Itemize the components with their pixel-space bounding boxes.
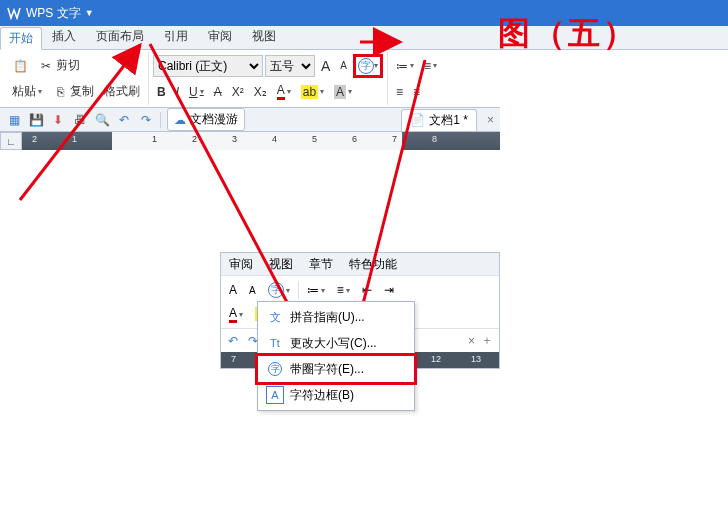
document-tab[interactable]: 📄 文档1 * xyxy=(401,109,477,131)
enclosed-char-button[interactable]: 字 ▾ xyxy=(353,54,383,78)
strike-button[interactable]: A xyxy=(210,83,226,101)
qat-redo-icon[interactable]: ↷ xyxy=(138,112,154,128)
ruler-wrap: ∟ 2 1 1 2 3 4 5 6 7 8 xyxy=(0,132,500,150)
align-center-button[interactable]: ≡ xyxy=(409,83,424,101)
enclosed-dropdown-menu: 文 拼音指南(U)... Tt 更改大小写(C)... 字 带圈字符(E)...… xyxy=(257,301,415,411)
superscript-button[interactable]: X² xyxy=(228,83,248,101)
tab-review[interactable]: 审阅 xyxy=(198,24,242,49)
border-icon: A xyxy=(266,386,284,404)
subtab-review[interactable]: 审阅 xyxy=(221,253,261,276)
format-painter-button[interactable]: 格式刷 xyxy=(100,81,144,102)
qat-preview-icon[interactable]: 🔍 xyxy=(94,112,110,128)
subtab-chapter[interactable]: 章节 xyxy=(301,253,341,276)
shading-button[interactable]: A▾ xyxy=(330,83,356,101)
enclosed-char-icon: 字 xyxy=(358,58,374,74)
highlight-button[interactable]: ab▾ xyxy=(297,83,328,101)
submenu-tabs: 审阅 视图 章节 特色功能 xyxy=(221,253,499,275)
menu-item-label: 拼音指南(U)... xyxy=(290,309,365,326)
sub-grow-font[interactable]: A xyxy=(225,281,241,299)
ruler-n: 1 xyxy=(152,134,157,144)
qat-saveas-icon[interactable]: ⬇ xyxy=(50,112,66,128)
tab-view[interactable]: 视图 xyxy=(242,24,286,49)
ruler-n: 7 xyxy=(392,134,397,144)
tab-insert[interactable]: 插入 xyxy=(42,24,86,49)
app-name: WPS 文字 xyxy=(26,5,81,22)
changecase-icon: Tt xyxy=(266,334,284,352)
menu-item-changecase[interactable]: Tt 更改大小写(C)... xyxy=(258,330,414,356)
ruler-n: 4 xyxy=(272,134,277,144)
ruler-n: 2 xyxy=(192,134,197,144)
doc-wander-pill[interactable]: ☁ 文档漫游 xyxy=(167,108,245,131)
tab-layout[interactable]: 页面布局 xyxy=(86,24,154,49)
grow-font-button[interactable]: A xyxy=(317,56,334,76)
cut-label: 剪切 xyxy=(56,57,80,74)
sub-indent-inc[interactable]: ⇥ xyxy=(380,281,398,299)
ribbon: 📋 ✂ 剪切 粘贴▾ ⎘ 复制 格式刷 Cali xyxy=(0,50,500,108)
cut-icon: ✂ xyxy=(38,58,54,74)
bold-button[interactable]: B xyxy=(153,83,170,101)
paste-label-button[interactable]: 粘贴▾ xyxy=(8,81,46,102)
copy-button[interactable]: ⎘ 复制 xyxy=(48,81,98,102)
subruler-n: 13 xyxy=(471,354,481,364)
ruler-corner-icon[interactable]: ∟ xyxy=(0,132,22,150)
figure-label: 图（五） xyxy=(498,12,638,56)
menu-item-enclosed[interactable]: 字 带圈字符(E)... xyxy=(258,356,414,382)
sub-addtab-icon[interactable]: ＋ xyxy=(479,333,495,349)
bullets-button[interactable]: ≔▾ xyxy=(392,57,418,75)
document-tab-close[interactable]: × xyxy=(487,113,494,127)
horizontal-ruler[interactable]: 2 1 1 2 3 4 5 6 7 8 xyxy=(22,132,500,150)
font-color-button[interactable]: A▾ xyxy=(273,81,295,102)
menu-item-label: 字符边框(B) xyxy=(290,387,354,404)
doc-wander-label: 文档漫游 xyxy=(190,111,238,128)
ruler-n: 5 xyxy=(312,134,317,144)
tab-start[interactable]: 开始 xyxy=(0,27,42,50)
sub-doc-close[interactable]: × xyxy=(468,334,475,348)
sub-enclosed-button[interactable]: 字▾ xyxy=(264,280,294,300)
qat-new-icon[interactable]: ▦ xyxy=(6,112,22,128)
paste-label: 粘贴 xyxy=(12,83,36,100)
ruler-n: 6 xyxy=(352,134,357,144)
numbering-button[interactable]: ≡▾ xyxy=(420,57,441,75)
sub-fontcolor[interactable]: A▾ xyxy=(225,304,247,325)
subtab-view[interactable]: 视图 xyxy=(261,253,301,276)
sub-enclosed-icon: 字 xyxy=(268,282,284,298)
ruler-n: 1 xyxy=(72,134,77,144)
wps-logo-icon xyxy=(6,5,22,21)
cut-button[interactable]: ✂ 剪切 xyxy=(34,57,84,75)
ruler-n: 2 xyxy=(32,134,37,144)
qat-print-icon[interactable]: 🖶 xyxy=(72,112,88,128)
font-group: Calibri (正文) 五号 A A 字 ▾ B I U▾ A X² X₂ A… xyxy=(149,52,388,105)
copy-label: 复制 xyxy=(70,83,94,100)
subtab-feature[interactable]: 特色功能 xyxy=(341,253,405,276)
sub-numbering[interactable]: ≡▾ xyxy=(333,281,354,299)
ruler-n: 3 xyxy=(232,134,237,144)
cloud-icon: ☁ xyxy=(174,113,186,127)
para-group: ≔▾ ≡▾ ≡ ≡ xyxy=(388,52,445,105)
font-size-select[interactable]: 五号 xyxy=(265,55,315,77)
clipboard-group: 📋 ✂ 剪切 粘贴▾ ⎘ 复制 格式刷 xyxy=(4,52,149,105)
document-tab-label: 文档1 * xyxy=(429,112,468,129)
subruler-n: 12 xyxy=(431,354,441,364)
paste-button[interactable]: 📋 xyxy=(8,56,32,76)
underline-button[interactable]: U▾ xyxy=(185,83,208,101)
app-dropdown-icon[interactable]: ▼ xyxy=(85,8,94,18)
shrink-font-button[interactable]: A xyxy=(336,58,351,73)
qat-undo-icon[interactable]: ↶ xyxy=(116,112,132,128)
sub-qat-undo[interactable]: ↶ xyxy=(225,333,241,349)
sub-shrink-font[interactable]: A xyxy=(245,283,260,298)
qat-save-icon[interactable]: 💾 xyxy=(28,112,44,128)
tab-reference[interactable]: 引用 xyxy=(154,24,198,49)
sub-bullets[interactable]: ≔▾ xyxy=(303,281,329,299)
align-left-button[interactable]: ≡ xyxy=(392,83,407,101)
menu-item-pinyin[interactable]: 文 拼音指南(U)... xyxy=(258,304,414,330)
quick-access-bar: ▦ 💾 ⬇ 🖶 🔍 ↶ ↷ ☁ 文档漫游 📄 文档1 * × xyxy=(0,108,500,132)
subscript-button[interactable]: X₂ xyxy=(250,83,271,101)
sub-indent-dec[interactable]: ⇤ xyxy=(358,281,376,299)
menu-item-border[interactable]: A 字符边框(B) xyxy=(258,382,414,408)
pinyin-icon: 文 xyxy=(266,308,284,326)
italic-button[interactable]: I xyxy=(172,83,183,101)
enclosed-menu-icon: 字 xyxy=(266,360,284,378)
font-name-select[interactable]: Calibri (正文) xyxy=(153,55,263,77)
menu-item-label: 带圈字符(E)... xyxy=(290,361,364,378)
subruler-n: 7 xyxy=(231,354,236,364)
